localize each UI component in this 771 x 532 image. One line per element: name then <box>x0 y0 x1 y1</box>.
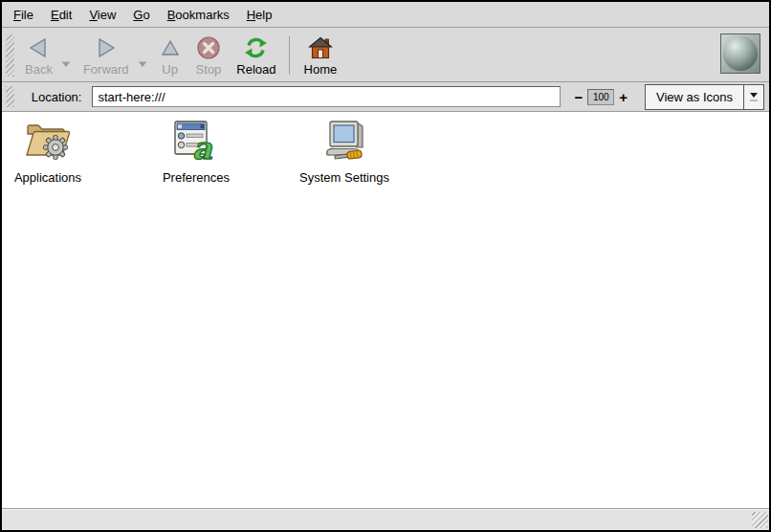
home-button[interactable]: Home <box>297 32 345 80</box>
zoom-out-button[interactable]: − <box>569 89 587 105</box>
menu-help[interactable]: Help <box>238 4 281 26</box>
reload-button[interactable]: Reload <box>229 32 283 80</box>
home-label: Home <box>304 62 338 77</box>
chevron-down-icon <box>743 85 763 109</box>
back-button[interactable]: Back <box>17 32 60 80</box>
menu-view[interactable]: View <box>80 4 124 26</box>
icon-view: Applications a Preferences <box>2 112 769 509</box>
icon-label: System Settings <box>299 170 389 185</box>
stop-button[interactable]: Stop <box>188 32 230 80</box>
view-mode-label: View as Icons <box>646 85 743 109</box>
reload-label: Reload <box>236 62 275 77</box>
resize-grip[interactable] <box>752 512 768 528</box>
reload-icon <box>243 34 269 61</box>
zoom-in-button[interactable]: + <box>614 89 632 105</box>
toolbar-drag-handle[interactable] <box>6 34 14 77</box>
back-history-dropdown[interactable] <box>60 55 72 72</box>
back-label: Back <box>25 62 53 77</box>
forward-button[interactable]: Forward <box>76 32 137 80</box>
location-bar: Location: − 100 + View as Icons <box>2 82 769 112</box>
menu-edit[interactable]: Edit <box>42 4 80 26</box>
icon-label: Preferences <box>163 170 230 185</box>
icon-applications[interactable]: Applications <box>0 119 100 185</box>
icon-label: Applications <box>14 170 81 185</box>
stop-label: Stop <box>196 62 222 77</box>
applications-folder-icon <box>24 119 72 166</box>
forward-icon <box>95 34 118 61</box>
menu-bookmarks[interactable]: Bookmarks <box>159 4 238 26</box>
menu-go[interactable]: Go <box>124 4 158 26</box>
status-bar <box>2 509 769 530</box>
menu-file[interactable]: File <box>5 4 42 26</box>
menubar: File Edit View Go Bookmarks Help <box>2 2 769 28</box>
throbber <box>720 33 760 74</box>
view-mode-dropdown[interactable]: View as Icons <box>645 84 764 110</box>
up-button[interactable]: Up <box>152 32 188 80</box>
file-manager-window: File Edit View Go Bookmarks Help Back Fo… <box>0 0 771 532</box>
zoom-level-indicator: 100 <box>587 89 614 105</box>
svg-text:a: a <box>192 130 213 163</box>
home-icon <box>308 34 333 61</box>
icon-system-settings[interactable]: System Settings <box>292 119 397 185</box>
stop-icon <box>196 34 221 61</box>
location-label: Location: <box>32 90 82 104</box>
back-icon <box>27 34 50 61</box>
up-icon <box>160 34 181 61</box>
icon-preferences[interactable]: a Preferences <box>143 119 249 185</box>
up-label: Up <box>162 62 178 77</box>
forward-history-dropdown[interactable] <box>137 55 148 72</box>
toolbar: Back Forward Up <box>2 28 769 82</box>
toolbar-separator <box>289 36 290 75</box>
forward-label: Forward <box>83 62 129 77</box>
location-input[interactable] <box>92 86 561 107</box>
throbber-sphere-icon <box>723 36 758 71</box>
preferences-icon: a <box>172 119 220 166</box>
system-settings-icon <box>319 119 370 166</box>
location-bar-drag-handle[interactable] <box>6 86 14 107</box>
